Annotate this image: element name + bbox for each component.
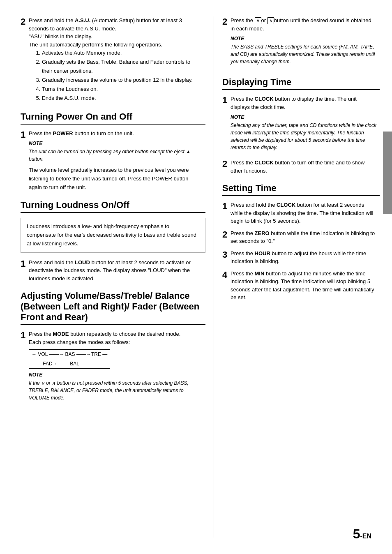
power-step1: 1 Press the POWER button to turn on the …	[21, 129, 205, 192]
setting-step3-bold: HOUR	[255, 250, 270, 256]
loudness-box: Loudness introduces a low- and high-freq…	[21, 218, 205, 252]
adjust-step-number: 1	[21, 330, 29, 341]
loudness-step1: 1 Press and hold the LOUD button for at …	[21, 259, 205, 283]
section-power-title: Turning Power On and Off	[21, 111, 205, 125]
adjust-sub: Each press changes the modes as follows:	[29, 339, 130, 345]
page-num-suffix: -EN	[360, 533, 371, 540]
setting-step-number-2: 2	[222, 229, 231, 240]
page-num-main: 5	[353, 526, 360, 541]
setting-step-number-1: 1	[222, 201, 231, 212]
mode-diagram: → VOL ——→ BAS ——→TRE — —— FAD ←—— BAL ←—…	[29, 349, 202, 369]
right-step2-note-label: NOTE	[231, 35, 376, 42]
setting-step2-pre: Press the	[231, 230, 255, 236]
list-item: Gradually increases the volume to the po…	[42, 76, 202, 85]
setting-step4-bold: MIN	[255, 270, 265, 277]
setting-step3: 3 Press the HOUR button to adjust the ho…	[222, 249, 380, 265]
display-note-text: Selecting any of the tuner, tape and CD …	[231, 122, 376, 151]
right-step-number-2: 2	[222, 16, 231, 27]
adjust-step1: 1 Press the MODE button repeatedly to ch…	[21, 330, 205, 405]
vol-up-btn: ∧	[267, 17, 274, 24]
list-item: Ends the A.S.U. mode.	[42, 94, 202, 103]
list-item: Activates the Auto Memory mode.	[42, 48, 202, 58]
section-loudness-title: Turning Loudness On/Off	[21, 200, 205, 213]
section-adjust-title: Adjusting Volume/Bass/Treble/ Balance (B…	[21, 291, 205, 325]
setting-step-number-3: 3	[222, 249, 231, 260]
right-step2-or: or	[261, 17, 267, 23]
setting-step4: 4 Press the MIN button to adjust the min…	[222, 270, 380, 302]
setting-step1-bold: CLOCK	[277, 202, 295, 208]
adjust-note-label: NOTE	[29, 371, 202, 379]
power-step-number: 1	[21, 129, 29, 140]
vol-down-btn: ∨	[255, 17, 261, 24]
loudness-pre: Press and hold the	[29, 259, 75, 265]
setting-step2: 2 Press the ZERO button while the time i…	[222, 229, 380, 245]
list-item: Turns the Loudness on.	[42, 85, 202, 94]
loudness-step1-content: Press and hold the LOUD button for at le…	[29, 259, 202, 283]
setting-step1-content: Press and hold the CLOCK button for at l…	[231, 201, 376, 225]
adjust-step1-content: Press the MODE button repeatedly to choo…	[29, 330, 202, 405]
right-step2: 2 Press the ∨or ∧button until the desire…	[222, 16, 380, 69]
display-step1-content: Press the CLOCK button to display the ti…	[231, 95, 376, 155]
power-step1-rest: button to turn on the unit.	[73, 130, 134, 136]
setting-step1: 1 Press and hold the CLOCK button for at…	[222, 201, 380, 225]
display-step-number-2: 2	[222, 159, 231, 169]
step-2-asu-content: Press and hold the A.S.U. (Automatic Set…	[29, 16, 202, 103]
power-note-text: The unit can be turned on by pressing an…	[29, 148, 202, 163]
power-step1-pre: Press the	[29, 130, 53, 136]
power-note-label: NOTE	[29, 140, 202, 147]
setting-step4-content: Press the MIN button to adjust the minut…	[231, 270, 376, 302]
display-step2-bold: CLOCK	[255, 159, 274, 166]
right-step2-note-text: The BASS and TREBLE settings for each so…	[231, 43, 376, 65]
right-step2-pre: Press the	[231, 17, 255, 23]
step2-auto: The unit automatically performs the foll…	[29, 42, 162, 48]
right-column: 2 Press the ∨or ∧button until the desire…	[214, 16, 380, 538]
display-step2-pre: Press the	[231, 159, 255, 166]
setting-step3-content: Press the HOUR button to adjust the hour…	[231, 249, 376, 265]
display-step2: 2 Press the CLOCK button to turn off the…	[222, 159, 380, 175]
setting-step4-pre: Press the	[231, 270, 255, 277]
display-step1-bold: CLOCK	[255, 96, 274, 102]
setting-step1-pre: Press and hold the	[231, 202, 277, 208]
step2-blink: "ASU" blinks in the display.	[29, 33, 92, 39]
page: 2 Press and hold the A.S.U. (Automatic S…	[0, 0, 392, 554]
step2-bold-text: A.S.U.	[75, 17, 90, 23]
display-step1-pre: Press the	[231, 96, 255, 102]
power-step1-bold: POWER	[53, 130, 73, 136]
setting-step-number-4: 4	[222, 270, 231, 280]
setting-step2-bold: ZERO	[255, 230, 270, 236]
left-column: 2 Press and hold the A.S.U. (Automatic S…	[21, 16, 205, 538]
loudness-bold: LOUD	[75, 259, 90, 265]
right-step2-content: Press the ∨or ∧button until the desired …	[231, 16, 376, 69]
setting-step2-content: Press the ZERO button while the time ind…	[231, 229, 376, 245]
power-vol-text: The volume level gradually increases to …	[29, 166, 202, 192]
setting-step3-pre: Press the	[231, 250, 255, 256]
display-note-label: NOTE	[231, 113, 376, 121]
list-item: Gradually sets the Bass, Treble, Balance…	[42, 58, 202, 76]
page-number: 5-EN	[353, 526, 371, 542]
step-number-2: 2	[21, 16, 29, 27]
adjust-bold: MODE	[53, 331, 69, 337]
step2-pre-text: Press and hold the	[29, 17, 75, 23]
loudness-step-number: 1	[21, 259, 29, 269]
tab-marker	[383, 132, 392, 214]
display-step2-content: Press the CLOCK button to turn off the t…	[231, 159, 376, 175]
step-2-asu: 2 Press and hold the A.S.U. (Automatic S…	[21, 16, 205, 103]
step2-list: Activates the Auto Memory mode. Graduall…	[35, 48, 202, 103]
adjust-note-text: If the ∨ or ∧ button is not pressed with…	[29, 379, 202, 402]
display-step-number-1: 1	[222, 95, 231, 106]
display-step1: 1 Press the CLOCK button to display the …	[222, 95, 380, 155]
adjust-pre: Press the	[29, 331, 53, 337]
adjust-rest: button repeatedly to choose the desired …	[69, 331, 181, 337]
power-step1-content: Press the POWER button to turn on the un…	[29, 129, 202, 192]
section-setting-title: Setting Time	[222, 183, 380, 196]
section-display-title: Displaying Time	[222, 77, 380, 90]
